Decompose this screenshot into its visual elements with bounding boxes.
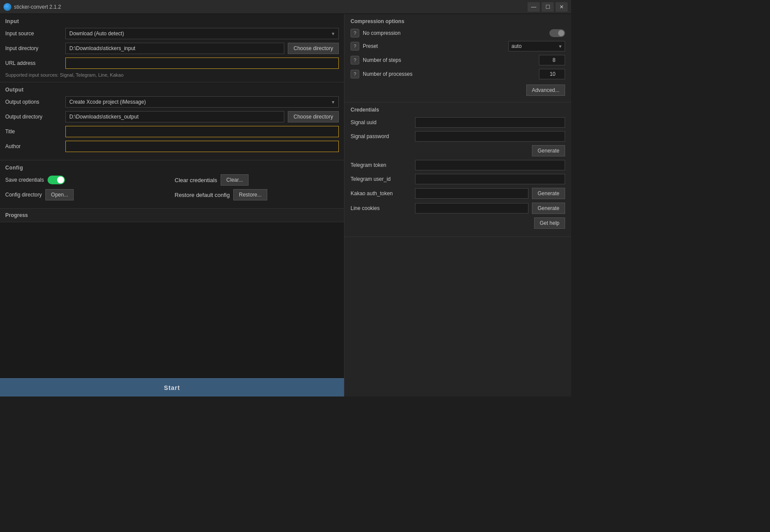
output-directory-field[interactable] — [65, 111, 284, 122]
input-directory-label: Input directory — [5, 45, 62, 51]
signal-uuid-field[interactable] — [415, 117, 565, 128]
config-section-title: Config — [5, 165, 339, 171]
url-label: URL address — [5, 60, 62, 66]
input-directory-row: Input directory Choose directory — [5, 43, 339, 54]
no-compression-toggle[interactable] — [549, 29, 565, 37]
input-source-row: Input source Download (Auto detect) Loca… — [5, 28, 339, 39]
steps-row: ? Number of steps — [351, 55, 565, 65]
generate-line-button[interactable]: Generate — [532, 203, 565, 214]
output-options-label: Output options — [5, 99, 62, 105]
line-cookies-row: Line cookies Generate — [351, 203, 565, 214]
signal-uuid-row: Signal uuid — [351, 117, 565, 128]
restore-config-right: Restore default config Restore... — [175, 189, 339, 200]
output-choose-directory-button[interactable]: Choose directory — [288, 111, 339, 122]
preset-row: ? Preset auto signal telegram whatsapp l… — [351, 41, 565, 51]
progress-section: Progress — [0, 209, 344, 378]
author-row: Author — [5, 141, 339, 152]
kakao-auth-row: Kakao auth_token Generate — [351, 188, 565, 199]
steps-label: Number of steps — [363, 57, 535, 63]
compression-section: Compression options ? No compression ? P… — [344, 14, 571, 102]
input-source-label: Input source — [5, 30, 62, 37]
title-label: Title — [5, 129, 62, 135]
kakao-auth-label: Kakao auth_token — [351, 190, 412, 197]
advanced-button[interactable]: Advanced... — [526, 85, 565, 96]
processes-input[interactable] — [539, 69, 565, 79]
output-section: Output Output options Create Xcode proje… — [0, 82, 344, 160]
minimize-button[interactable]: — — [528, 2, 540, 12]
output-options-select[interactable]: Create Xcode project (iMessage) Signal T… — [65, 96, 339, 108]
progress-title: Progress — [0, 209, 344, 222]
restore-config-button[interactable]: Restore... — [233, 189, 267, 200]
no-compression-row: ? No compression — [351, 29, 565, 37]
config-directory-label: Config directory — [5, 192, 42, 198]
output-section-title: Output — [5, 87, 339, 93]
telegram-userid-label: Telegram user_id — [351, 176, 412, 182]
config-section: Config Save credentials Clear credential… — [0, 160, 344, 209]
save-credentials-toggle[interactable] — [48, 176, 65, 184]
author-label: Author — [5, 143, 62, 149]
no-compression-label: No compression — [363, 30, 546, 36]
generate-signal-row: Generate — [351, 145, 565, 156]
output-options-select-wrapper: Create Xcode project (iMessage) Signal T… — [65, 96, 339, 108]
telegram-userid-field[interactable] — [415, 174, 565, 184]
input-choose-directory-button[interactable]: Choose directory — [288, 43, 339, 54]
generate-kakao-button[interactable]: Generate — [532, 188, 565, 199]
preset-select-wrapper: auto signal telegram whatsapp line kakao… — [508, 41, 565, 51]
get-help-row: Get help — [351, 217, 565, 229]
preset-select[interactable]: auto signal telegram whatsapp line kakao — [508, 41, 565, 51]
right-panel: Compression options ? No compression ? P… — [344, 14, 571, 396]
open-config-button[interactable]: Open... — [45, 189, 74, 200]
generate-signal-button[interactable]: Generate — [532, 145, 565, 156]
processes-row: ? Number of processes — [351, 69, 565, 79]
close-button[interactable]: ✕ — [555, 2, 568, 12]
restore-default-label: Restore default config — [175, 192, 230, 198]
app-title: sticker-convert 2.1.2 — [14, 4, 528, 10]
processes-label: Number of processes — [363, 71, 535, 77]
title-row: Title — [5, 126, 339, 137]
input-directory-field[interactable] — [65, 43, 284, 54]
progress-content — [0, 222, 344, 378]
url-address-row: URL address — [5, 58, 339, 69]
telegram-token-field[interactable] — [415, 160, 565, 170]
config-row-2: Config directory Open... Restore default… — [5, 189, 339, 200]
author-field[interactable] — [65, 141, 339, 152]
toggle-knob — [57, 176, 64, 183]
clear-credentials-right: Clear credentials Clear... — [175, 174, 339, 186]
compression-section-title: Compression options — [351, 18, 565, 24]
line-cookies-field[interactable] — [415, 203, 528, 213]
credentials-section: Credentials Signal uuid Signal password … — [344, 102, 571, 237]
signal-uuid-label: Signal uuid — [351, 119, 412, 125]
steps-input[interactable] — [539, 55, 565, 65]
config-row-1: Save credentials Clear credentials Clear… — [5, 174, 339, 186]
get-help-button[interactable]: Get help — [534, 217, 565, 229]
telegram-userid-row: Telegram user_id — [351, 174, 565, 184]
no-compression-help-btn[interactable]: ? — [351, 29, 359, 37]
output-directory-label: Output directory — [5, 114, 62, 120]
clear-credentials-button[interactable]: Clear... — [221, 174, 249, 186]
input-section: Input Input source Download (Auto detect… — [0, 14, 344, 82]
supported-sources-text: Supported input sources: Signal, Telegra… — [5, 72, 339, 78]
app-icon — [3, 3, 11, 11]
telegram-token-row: Telegram token — [351, 160, 565, 170]
steps-help-btn[interactable]: ? — [351, 56, 359, 64]
left-panel: Input Input source Download (Auto detect… — [0, 14, 344, 396]
processes-help-btn[interactable]: ? — [351, 70, 359, 78]
preset-help-btn[interactable]: ? — [351, 42, 359, 51]
main-layout: Input Input source Download (Auto detect… — [0, 14, 571, 396]
kakao-auth-field[interactable] — [415, 188, 528, 199]
preset-label: Preset — [363, 43, 505, 49]
credentials-section-title: Credentials — [351, 107, 565, 113]
save-credentials-left: Save credentials — [5, 176, 170, 184]
telegram-token-label: Telegram token — [351, 162, 412, 168]
input-source-select-wrapper: Download (Auto detect) Local directory S… — [65, 28, 339, 39]
maximize-button[interactable]: ☐ — [542, 2, 554, 12]
url-address-field[interactable] — [65, 58, 339, 69]
window-controls: — ☐ ✕ — [528, 2, 568, 12]
title-field[interactable] — [65, 126, 339, 137]
signal-password-field[interactable] — [415, 131, 565, 142]
signal-password-row: Signal password — [351, 131, 565, 142]
save-credentials-label: Save credentials — [5, 177, 44, 183]
clear-credentials-label: Clear credentials — [175, 177, 218, 183]
input-source-select[interactable]: Download (Auto detect) Local directory S… — [65, 28, 339, 39]
start-button[interactable]: Start — [0, 378, 344, 396]
